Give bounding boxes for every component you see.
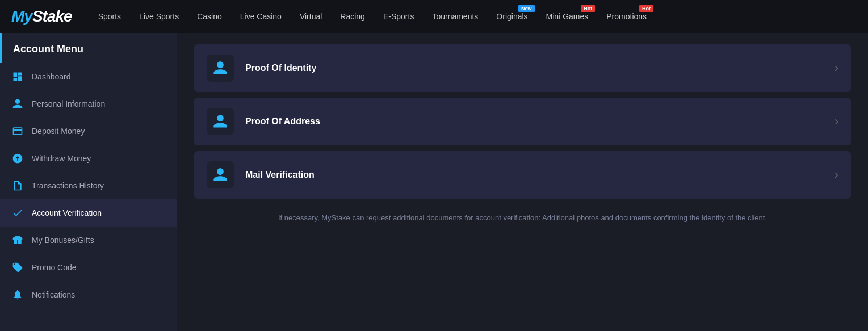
nav-item-live-sports[interactable]: Live Sports [130, 0, 188, 33]
verification-icon [11, 207, 24, 219]
sidebar-item-bonuses[interactable]: My Bonuses/Gifts [0, 227, 177, 254]
card-address[interactable]: Proof Of Address [194, 98, 851, 145]
transactions-icon [11, 179, 24, 192]
nav-item-racing[interactable]: Racing [331, 0, 374, 33]
sidebar: Account Menu DashboardPersonal Informati… [0, 33, 177, 331]
bonuses-icon [11, 234, 24, 246]
card-label-identity: Proof Of Identity [245, 63, 835, 73]
card-icon-identity [207, 55, 234, 82]
sidebar-item-dashboard[interactable]: Dashboard [0, 63, 177, 90]
withdraw-icon [11, 152, 24, 165]
nav-item-promotions[interactable]: PromotionsHot [597, 0, 656, 33]
chevron-right-icon [835, 114, 838, 129]
sidebar-list: DashboardPersonal InformationDeposit Mon… [0, 63, 177, 308]
sidebar-item-verification[interactable]: Account Verification [0, 199, 177, 227]
sidebar-item-personal[interactable]: Personal Information [0, 90, 177, 118]
sidebar-item-label: Transactions History [32, 181, 104, 190]
sidebar-item-notifications[interactable]: Notifications [0, 281, 177, 308]
nav-badge: Hot [581, 5, 595, 12]
sidebar-item-withdraw[interactable]: Withdraw Money [0, 145, 177, 172]
card-mail[interactable]: Mail Verification [194, 151, 851, 199]
sidebar-item-promo[interactable]: Promo Code [0, 254, 177, 281]
sidebar-item-label: Dashboard [32, 72, 71, 81]
verification-cards: Proof Of Identity Proof Of Address Mail … [194, 44, 851, 199]
layout: Account Menu DashboardPersonal Informati… [0, 33, 868, 331]
nav-items: SportsLive SportsCasinoLive CasinoVirtua… [89, 0, 857, 33]
nav-item-originals[interactable]: OriginalsNew [487, 0, 536, 33]
notifications-icon [11, 288, 24, 301]
main-content: Proof Of Identity Proof Of Address Mail … [177, 33, 868, 331]
sidebar-item-label: My Bonuses/Gifts [32, 236, 94, 245]
sidebar-item-label: Personal Information [32, 99, 105, 108]
personal-icon [11, 98, 24, 110]
info-text: If necessary, MyStake can request additi… [194, 212, 851, 224]
top-navigation: MyStake SportsLive SportsCasinoLive Casi… [0, 0, 868, 33]
sidebar-item-label: Deposit Money [32, 127, 85, 136]
nav-badge: Hot [639, 5, 653, 12]
sidebar-item-deposit[interactable]: Deposit Money [0, 118, 177, 145]
nav-item-mini-games[interactable]: Mini GamesHot [537, 0, 598, 33]
nav-item-e-sports[interactable]: E-Sports [374, 0, 423, 33]
nav-item-live-casino[interactable]: Live Casino [231, 0, 291, 33]
chevron-right-icon [835, 61, 838, 76]
sidebar-item-transactions[interactable]: Transactions History [0, 172, 177, 199]
card-icon-mail [207, 161, 234, 188]
nav-item-tournaments[interactable]: Tournaments [423, 0, 487, 33]
dashboard-icon [11, 70, 24, 83]
promo-icon [11, 261, 24, 274]
nav-badge: New [518, 5, 535, 12]
logo-stake: Stake [32, 7, 72, 25]
nav-item-virtual[interactable]: Virtual [291, 0, 331, 33]
nav-item-sports[interactable]: Sports [89, 0, 130, 33]
nav-item-casino[interactable]: Casino [188, 0, 231, 33]
logo-my: My [11, 7, 32, 25]
card-identity[interactable]: Proof Of Identity [194, 44, 851, 92]
deposit-icon [11, 125, 24, 137]
sidebar-header: Account Menu [0, 33, 177, 63]
card-icon-address [207, 108, 234, 135]
sidebar-item-label: Notifications [32, 290, 75, 299]
sidebar-item-label: Withdraw Money [32, 154, 91, 163]
chevron-right-icon [835, 167, 838, 182]
card-label-mail: Mail Verification [245, 170, 835, 180]
card-label-address: Proof Of Address [245, 116, 835, 127]
sidebar-item-label: Promo Code [32, 263, 77, 272]
logo[interactable]: MyStake [11, 7, 72, 26]
sidebar-item-label: Account Verification [32, 208, 102, 217]
